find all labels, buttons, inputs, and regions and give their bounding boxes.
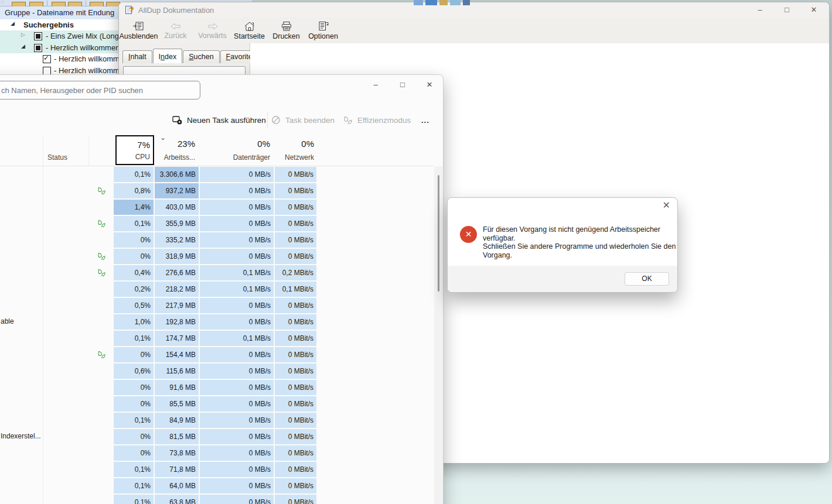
alldup-toolbar-button[interactable] xyxy=(52,2,66,6)
item-checkbox[interactable] xyxy=(43,67,51,75)
status-column-header[interactable]: Status xyxy=(47,153,67,162)
cpu-cell: 0,1% xyxy=(114,478,154,493)
run-new-task-button[interactable]: Neuen Task ausführen xyxy=(172,109,266,131)
help-titlebar[interactable]: ? AllDup Dokumentation xyxy=(119,2,829,18)
process-row[interactable]: 0,1%71,8 MB0 MB/s0 MBit/s xyxy=(0,461,434,478)
process-row[interactable]: 0,1%3.306,6 MB0 MB/s0 MBit/s xyxy=(0,166,434,183)
close-button[interactable]: ✕ xyxy=(800,2,827,18)
forward-button[interactable]: Vorwärts xyxy=(194,18,231,43)
end-task-button[interactable]: Task beenden xyxy=(271,109,335,131)
search-input[interactable] xyxy=(0,81,200,100)
close-icon[interactable]: ✕ xyxy=(663,200,670,211)
process-row[interactable]: 0%335,2 MB0 MB/s0 MBit/s xyxy=(0,232,434,248)
efficiency-leaf-icon xyxy=(97,269,106,277)
item-checkbox[interactable] xyxy=(34,44,42,52)
printer-icon xyxy=(281,21,292,32)
efficiency-leaf-icon xyxy=(97,220,106,228)
tree-item-label: - Herzlich willkomme xyxy=(54,66,124,75)
process-row[interactable]: 0,6%115,6 MB0 MB/s0 MBit/s xyxy=(0,363,434,379)
disk-column-header[interactable]: Datenträger xyxy=(212,153,270,162)
help-tabs: InhaltIndexSuchenFavoriten xyxy=(119,43,250,63)
process-row[interactable]: 0%73,8 MB0 MB/s0 MBit/s xyxy=(0,445,434,461)
disk-cell: 0 MB/s xyxy=(200,462,274,477)
tab-index[interactable]: Index xyxy=(153,49,183,63)
process-row[interactable]: 0,4%276,6 MB0,1 MB/s0,2 MBit/s xyxy=(0,265,434,281)
item-checkbox[interactable]: ✓ xyxy=(43,55,51,63)
process-row[interactable]: 0%85,5 MB0 MB/s0 MBit/s xyxy=(0,396,434,412)
process-row[interactable]: 0,1%63,8 MB0 MB/s0 MBit/s xyxy=(0,494,434,504)
disk-column-total[interactable]: 0% xyxy=(223,139,270,149)
alldup-toolbar-button[interactable] xyxy=(68,2,82,6)
cpu-cell: 0% xyxy=(114,396,154,412)
maximize-button[interactable]: □ xyxy=(389,78,416,92)
mem-cell: 217,9 MB xyxy=(155,298,199,313)
network-column-total[interactable]: 0% xyxy=(273,139,314,149)
process-row[interactable]: 0,1%64,0 MB0 MB/s0 MBit/s xyxy=(0,478,434,494)
collapse-arrow-icon[interactable]: ◢ xyxy=(21,43,25,49)
print-button[interactable]: Drucken xyxy=(268,18,305,43)
cpu-cell: 0,4% xyxy=(114,265,154,280)
maximize-button[interactable]: □ xyxy=(773,2,800,18)
cpu-cell: 1,4% xyxy=(114,200,154,215)
tab-suchen[interactable]: Suchen xyxy=(183,50,219,63)
column-gridline xyxy=(88,135,89,166)
disk-cell: 0,1 MB/s xyxy=(200,282,274,297)
tab-inhalt[interactable]: Inhalt xyxy=(122,50,152,63)
home-button[interactable]: Startseite xyxy=(231,18,268,43)
alldup-toolbar-button[interactable] xyxy=(12,2,26,6)
alldup-toolbar-button[interactable] xyxy=(29,2,43,6)
process-row[interactable]: 0%154,4 MB0 MB/s0 MBit/s xyxy=(0,347,434,363)
network-column-header[interactable]: Netzwerk xyxy=(273,153,314,162)
cpu-cell: 0,1% xyxy=(114,413,154,428)
leaf-icon xyxy=(343,116,353,125)
collapse-arrow-icon[interactable]: ◢ xyxy=(11,20,15,26)
memory-column-header[interactable]: Arbeitss... xyxy=(154,153,195,162)
options-button[interactable]: Optionen xyxy=(305,18,342,43)
alldup-toolbar-button[interactable] xyxy=(90,2,104,6)
svg-text:?: ? xyxy=(129,6,134,14)
disk-cell: 0 MB/s xyxy=(200,364,274,379)
ok-button[interactable]: OK xyxy=(625,272,669,286)
tree-item-label: - Herzlich willkomme xyxy=(54,54,124,63)
cpu-cell: 1,0% xyxy=(114,314,154,330)
process-row[interactable]: able1,0%192,8 MB0 MB/s0 MBit/s xyxy=(0,314,434,330)
cpu-column-header[interactable]: 7% CPU xyxy=(115,135,154,165)
net-cell: 0 MBit/s xyxy=(275,347,316,362)
process-row[interactable]: 0,1%174,7 MB0,1 MB/s0 MBit/s xyxy=(0,330,434,347)
process-row[interactable]: 0,8%937,2 MB0 MB/s0 MBit/s xyxy=(0,183,434,199)
error-dialog: ✕ ✕ Für diesen Vorgang ist nicht genügen… xyxy=(447,197,678,293)
process-row[interactable]: 0,2%218,2 MB0,1 MB/s0,1 MBit/s xyxy=(0,281,434,297)
net-cell: 0,2 MBit/s xyxy=(275,265,316,280)
help-window-title: AllDup Dokumentation xyxy=(138,6,214,15)
help-toolbar: Ausblenden Zurück Vorwärts xyxy=(119,18,829,44)
process-row[interactable]: 0,1%355,9 MB0 MB/s0 MBit/s xyxy=(0,215,434,232)
back-button[interactable]: Zurück xyxy=(157,18,194,43)
more-options-button[interactable]: ... xyxy=(421,109,429,131)
memory-column-total[interactable]: 23% xyxy=(154,139,195,149)
process-row[interactable]: 0,5%217,9 MB0 MB/s0 MBit/s xyxy=(0,297,434,314)
process-row[interactable]: 0%318,9 MB0 MB/s0 MBit/s xyxy=(0,248,434,265)
process-row[interactable]: Indexerstel...0%81,5 MB0 MB/s0 MBit/s xyxy=(0,428,434,445)
scrollbar-thumb[interactable] xyxy=(438,175,439,292)
close-button[interactable]: ✕ xyxy=(416,78,443,92)
efficiency-mode-button[interactable]: Effizienzmodus xyxy=(343,109,411,131)
hide-button[interactable]: Ausblenden xyxy=(120,18,157,43)
net-cell: 0 MBit/s xyxy=(275,462,316,477)
minimize-button[interactable]: – xyxy=(746,2,773,18)
process-row[interactable]: 1,4%403,0 MB0 MB/s0 MBit/s xyxy=(0,199,434,215)
disk-cell: 0 MB/s xyxy=(200,232,274,248)
toolbar-separator xyxy=(86,1,86,6)
cpu-cell: 0,8% xyxy=(114,183,154,198)
process-row[interactable]: 0%91,6 MB0 MB/s0 MBit/s xyxy=(0,379,434,396)
item-checkbox[interactable] xyxy=(34,32,42,40)
process-row[interactable]: 0,1%84,9 MB0 MB/s0 MBit/s xyxy=(0,412,434,428)
net-cell: 0 MBit/s xyxy=(275,314,316,330)
minimize-button[interactable]: – xyxy=(362,78,389,92)
home-icon xyxy=(244,21,255,32)
mem-cell: 84,9 MB xyxy=(155,413,199,428)
mem-cell: 73,8 MB xyxy=(155,445,199,461)
expand-arrow-icon[interactable]: ▷ xyxy=(21,32,25,37)
new-task-icon xyxy=(172,115,182,125)
tree-item-label: Suchergebnis xyxy=(23,20,74,29)
net-cell: 0 MBit/s xyxy=(275,413,316,428)
